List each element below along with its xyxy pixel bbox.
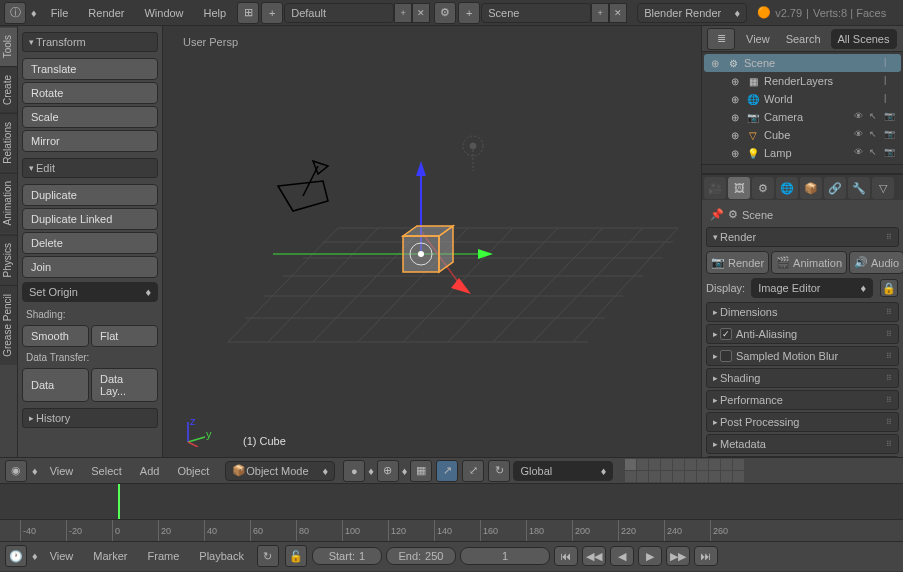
scale-button[interactable]: Scale	[22, 106, 158, 128]
cursor-icon[interactable]: ↖	[869, 129, 882, 142]
engine-dropdown[interactable]: Blender Render♦	[637, 3, 747, 23]
layout-del-button[interactable]: ✕	[412, 3, 430, 23]
proptab-object[interactable]: 📦	[800, 177, 822, 199]
tree-item-world[interactable]: ⊕🌐World|	[704, 90, 901, 108]
vp-add[interactable]: Add	[132, 458, 168, 484]
scene-x-button[interactable]: ✕	[609, 3, 627, 23]
layers-icon[interactable]: ▦	[410, 460, 432, 482]
tab-grease-pencil[interactable]: Grease Pencil	[0, 285, 17, 365]
lock-icon[interactable]: 🔓	[285, 545, 307, 567]
eye-icon[interactable]: 👁	[854, 129, 867, 142]
section-output[interactable]: Output⠿	[706, 456, 899, 457]
expand-icon[interactable]: ⊕	[728, 110, 742, 124]
manipulator-rotate-icon[interactable]: ↻	[488, 460, 510, 482]
outliner-view[interactable]: View	[740, 26, 776, 52]
duplicate-linked-button[interactable]: Duplicate Linked	[22, 208, 158, 230]
tab-relations[interactable]: Relations	[0, 113, 17, 172]
manipulator-icon[interactable]: ↗	[436, 460, 458, 482]
proptab-data[interactable]: ▽	[872, 177, 894, 199]
add-layout-icon[interactable]: +	[261, 2, 283, 24]
mode-dropdown[interactable]: 📦 Object Mode♦	[225, 461, 335, 481]
layers-buttons[interactable]	[625, 459, 744, 482]
scene-dropdown[interactable]: Scene	[481, 3, 591, 23]
tl-frame[interactable]: Frame	[140, 543, 188, 569]
checkbox[interactable]	[720, 350, 732, 362]
jump-end-button[interactable]: ⏭	[694, 546, 718, 566]
eye-icon[interactable]: 👁	[854, 111, 867, 124]
viewport-3d[interactable]: User Persp	[163, 26, 701, 457]
section-shading[interactable]: Shading⠿	[706, 368, 899, 388]
end-frame-field[interactable]: End:250	[386, 547, 456, 565]
section-metadata[interactable]: Metadata⠿	[706, 434, 899, 454]
section-anti-aliasing[interactable]: Anti-Aliasing⠿	[706, 324, 899, 344]
audio-button[interactable]: 🔊Audio	[849, 251, 903, 274]
tree-item-camera[interactable]: ⊕📷Camera👁↖📷	[704, 108, 901, 126]
duplicate-button[interactable]: Duplicate	[22, 184, 158, 206]
playhead[interactable]	[118, 484, 120, 519]
proptab-render-layers[interactable]: 🖼	[728, 177, 750, 199]
menu-render[interactable]: Render	[78, 0, 134, 26]
keyframe-prev-button[interactable]: ◀◀	[582, 546, 606, 566]
outliner-tree[interactable]: ⊕⚙Scene|⊕▦RenderLayers|⊕🌐World|⊕📷Camera👁…	[702, 52, 903, 164]
proptab-constraints[interactable]: 🔗	[824, 177, 846, 199]
manipulator-translate-icon[interactable]: ⤢	[462, 460, 484, 482]
outliner-editor-icon[interactable]: ≣	[707, 28, 735, 50]
animation-button[interactable]: 🎬Animation	[771, 251, 847, 274]
menu-help[interactable]: Help	[194, 0, 237, 26]
tree-item-scene[interactable]: ⊕⚙Scene|	[704, 54, 901, 72]
jump-start-button[interactable]: ⏮	[554, 546, 578, 566]
proptab-modifiers[interactable]: 🔧	[848, 177, 870, 199]
play-reverse-button[interactable]: ◀	[610, 546, 634, 566]
outliner-search[interactable]: Search	[780, 26, 827, 52]
timeline-ruler[interactable]: -40-200204060801001201401601802002202402…	[0, 520, 903, 542]
tab-create[interactable]: Create	[0, 66, 17, 113]
sync-icon[interactable]: ↻	[257, 545, 279, 567]
scene-plus-button[interactable]: +	[591, 3, 609, 23]
history-header[interactable]: History	[22, 408, 158, 428]
outliner-filter[interactable]: All Scenes	[831, 29, 897, 49]
proptab-scene[interactable]: ⚙	[752, 177, 774, 199]
mirror-button[interactable]: Mirror	[22, 130, 158, 152]
tl-playback[interactable]: Playback	[191, 543, 252, 569]
keyframe-next-button[interactable]: ▶▶	[666, 546, 690, 566]
section-performance[interactable]: Performance⠿	[706, 390, 899, 410]
screen-layout-icon[interactable]: ⊞	[237, 2, 259, 24]
data-layout-button[interactable]: Data Lay...	[91, 368, 158, 402]
shading-solid-icon[interactable]: ●	[343, 460, 365, 482]
vp-view[interactable]: View	[42, 458, 82, 484]
tab-animation[interactable]: Animation	[0, 172, 17, 233]
start-frame-field[interactable]: Start:1	[312, 547, 382, 565]
rotate-button[interactable]: Rotate	[22, 82, 158, 104]
section-post-processing[interactable]: Post Processing⠿	[706, 412, 899, 432]
proptab-render[interactable]: 🎥	[704, 177, 726, 199]
section-dimensions[interactable]: Dimensions⠿	[706, 302, 899, 322]
expand-icon[interactable]: ⊕	[728, 92, 742, 106]
tl-view[interactable]: View	[42, 543, 82, 569]
scene-add-icon[interactable]: +	[458, 2, 480, 24]
vp-object[interactable]: Object	[169, 458, 217, 484]
current-frame-field[interactable]: 1	[460, 547, 550, 565]
menu-window[interactable]: Window	[134, 0, 193, 26]
display-lock-icon[interactable]: 🔒	[880, 279, 898, 297]
edit-header[interactable]: Edit	[22, 158, 158, 178]
timeline-editor-icon[interactable]: 🕐	[5, 545, 27, 567]
join-button[interactable]: Join	[22, 256, 158, 278]
render-vis-icon[interactable]: 📷	[884, 147, 897, 160]
layout-dropdown[interactable]: Default	[284, 3, 394, 23]
render-vis-icon[interactable]: 📷	[884, 129, 897, 142]
tab-tools[interactable]: Tools	[0, 26, 17, 66]
tl-marker[interactable]: Marker	[85, 543, 135, 569]
delete-button[interactable]: Delete	[22, 232, 158, 254]
render-section[interactable]: Render⠿	[706, 227, 899, 247]
orientation-dropdown[interactable]: Global♦	[513, 461, 613, 481]
cursor-icon[interactable]: ↖	[869, 147, 882, 160]
eye-icon[interactable]: 👁	[854, 147, 867, 160]
proptab-world[interactable]: 🌐	[776, 177, 798, 199]
tab-physics[interactable]: Physics	[0, 234, 17, 285]
smooth-button[interactable]: Smooth	[22, 325, 89, 347]
transform-header[interactable]: Transform	[22, 32, 158, 52]
play-button[interactable]: ▶	[638, 546, 662, 566]
expand-icon[interactable]: ⊕	[728, 74, 742, 88]
display-dropdown[interactable]: Image Editor♦	[751, 278, 873, 298]
checkbox[interactable]	[720, 328, 732, 340]
